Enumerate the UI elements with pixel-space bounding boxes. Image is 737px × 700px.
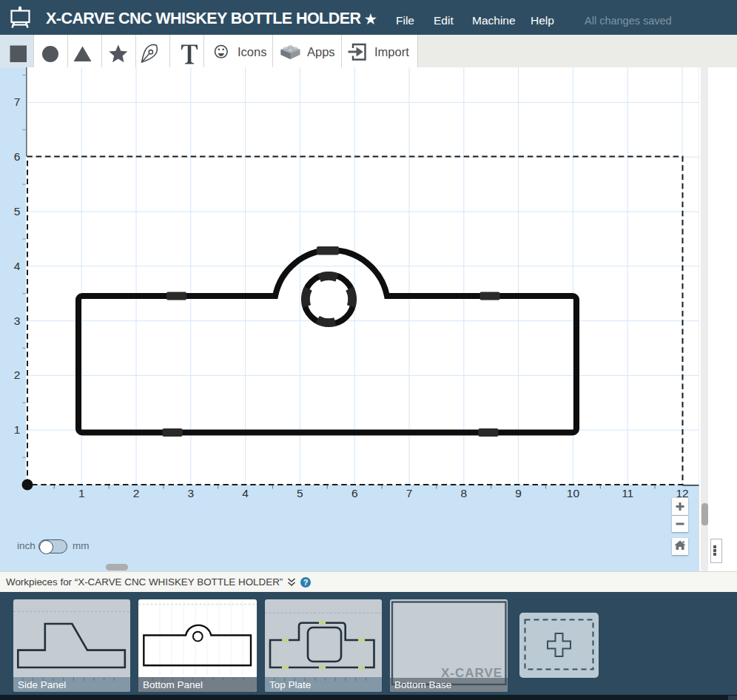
svg-text:3: 3 bbox=[187, 487, 194, 499]
svg-text:9: 9 bbox=[515, 487, 522, 499]
svg-text:5: 5 bbox=[14, 205, 21, 218]
svg-text:6: 6 bbox=[351, 487, 358, 499]
svg-text:Import: Import bbox=[374, 45, 409, 58]
svg-text:3: 3 bbox=[14, 314, 21, 327]
svg-text:6: 6 bbox=[14, 150, 21, 163]
svg-text:Bottom Base: Bottom Base bbox=[394, 679, 451, 690]
svg-text:4: 4 bbox=[14, 260, 21, 272]
svg-text:5: 5 bbox=[297, 487, 303, 499]
svg-text:1: 1 bbox=[78, 487, 85, 499]
svg-text:Icons: Icons bbox=[238, 45, 266, 58]
svg-text:11: 11 bbox=[622, 487, 633, 499]
svg-text:7: 7 bbox=[14, 95, 21, 108]
svg-text:Side Panel: Side Panel bbox=[18, 679, 66, 690]
svg-text:X-CARVE: X-CARVE bbox=[441, 666, 502, 680]
svg-text:2: 2 bbox=[133, 487, 140, 499]
svg-text:Bottom Panel: Bottom Panel bbox=[143, 679, 203, 690]
svg-text:4: 4 bbox=[242, 487, 249, 499]
svg-text:1: 1 bbox=[14, 423, 21, 436]
svg-text:10: 10 bbox=[567, 487, 580, 499]
svg-text:Top Plate: Top Plate bbox=[269, 679, 311, 690]
svg-text:Apps: Apps bbox=[307, 45, 335, 58]
svg-text:7: 7 bbox=[406, 487, 413, 499]
svg-text:2: 2 bbox=[14, 368, 21, 381]
svg-text:8: 8 bbox=[460, 487, 467, 499]
